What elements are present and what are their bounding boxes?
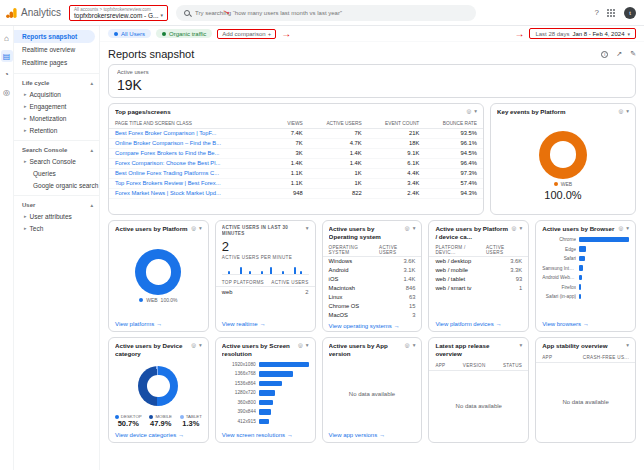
sidebar-section-search-console[interactable]: Search Console ▴ (14, 145, 99, 155)
home-icon[interactable]: ⌂ (1, 32, 13, 44)
card-filter-icon[interactable]: ◎ (298, 342, 303, 348)
plus-icon: + (268, 31, 272, 37)
legend-dot-icon (139, 298, 143, 302)
card-filter-icon[interactable]: ◎ (191, 225, 196, 231)
sidebar-item-search-console[interactable]: ▸ Search Console (14, 155, 99, 167)
card-filter-icon[interactable]: ◎ (405, 342, 410, 348)
date-range-picker[interactable]: Last 28 days Jan 8 - Feb 4, 2024 ▾ (529, 28, 636, 39)
card-menu-icon[interactable]: ▾ (626, 225, 629, 231)
add-comparison-button[interactable]: Add comparison + (217, 29, 276, 39)
card-filter-icon[interactable]: ◎ (512, 225, 517, 231)
active-users-cell: 1.4K (309, 148, 368, 158)
view-operating-systems-link[interactable]: View operating systems → (323, 320, 422, 333)
annotation-arrow-date-range-icon: → (514, 29, 524, 39)
views-cell: 7.4K (278, 128, 309, 138)
chip-label: All Users (121, 31, 145, 37)
comparison-chip-all-users[interactable]: All Users (108, 29, 151, 38)
bounce-rate-cell: 57.4% (425, 178, 483, 188)
page-title-cell[interactable]: Online Broker Comparison – Find the B... (109, 138, 278, 148)
card-menu-icon[interactable]: ▾ (413, 225, 416, 231)
card-menu-icon[interactable]: ▾ (626, 108, 629, 114)
sidebar-item-tech[interactable]: ▸ Tech (14, 222, 99, 234)
active-users-cell: 4.7K (309, 138, 368, 148)
sidebar-item-monetization[interactable]: ▸ Monetization (14, 112, 99, 124)
platform-device-name: web / desktop (435, 258, 471, 264)
page-title-cell[interactable]: Top Forex Brokers Review | Best Forex... (109, 178, 278, 188)
view-screen-resolutions-link[interactable]: View screen resolutions → (216, 429, 315, 442)
sidebar-item-acquisition[interactable]: ▸ Acquisition (14, 88, 99, 100)
card-menu-icon[interactable]: ▾ (199, 225, 202, 231)
card-title: Active users by Platform / device ca... (435, 225, 508, 241)
card-menu-icon[interactable]: ▾ (519, 225, 522, 231)
card-menu-icon[interactable]: ▾ (413, 342, 416, 348)
page-title-cell[interactable]: Forex Market News | Stock Market Upd... (109, 188, 278, 198)
edit-icon[interactable]: ✎ (630, 50, 636, 58)
view-platforms-link[interactable]: View platforms → (109, 318, 208, 331)
arrow-right-icon: → (394, 323, 400, 329)
page-title-cell[interactable]: Compare Forex Brokers to Find the Be... (109, 148, 278, 158)
page-title-cell[interactable]: Best Forex Broker Comparison | TopF... (109, 128, 278, 138)
bar-row: 1920x1080 (216, 360, 315, 370)
bar-label: Safari (in-app) (542, 294, 576, 299)
analytics-logo[interactable]: Analytics (6, 7, 61, 19)
card-filter-icon[interactable]: ◎ (618, 225, 623, 231)
search-input[interactable] (195, 10, 468, 16)
card-menu-icon[interactable]: ▾ (474, 108, 477, 114)
bar (259, 381, 282, 387)
bar-row: 360x800 (216, 398, 315, 408)
stat-value: 1.3% (180, 419, 202, 428)
active-users-browser-card: Active users by Browser ◎ ▾ Chrome Edge (535, 220, 636, 332)
page-title-cell[interactable]: Forex Comparison: Choose the Best Pl... (109, 158, 278, 168)
sidebar-item-reports-snapshot[interactable]: Reports snapshot (14, 30, 95, 43)
reports-icon[interactable]: ▤ (1, 50, 13, 62)
sidebar-item-user-attributes[interactable]: ▸ User attributes (14, 210, 99, 222)
sidebar-item-engagement[interactable]: ▸ Engagement (14, 100, 99, 112)
page-title-cell[interactable]: Best Online Forex Trading Platforms C... (109, 168, 278, 178)
bounce-rate-cell: 96.1% (425, 138, 483, 148)
card-filter-icon[interactable]: ◎ (191, 342, 196, 348)
sidebar-item-google-organic-search[interactable]: Google organic search traf... (14, 179, 99, 191)
avatar[interactable]: t (624, 7, 636, 19)
sidebar-item-retention[interactable]: ▸ Retention (14, 124, 99, 136)
view-browsers-link[interactable]: View browsers → (536, 318, 635, 331)
table-row: Online Broker Comparison – Find the B...… (109, 138, 483, 148)
view-app-versions-link[interactable]: View app versions → (323, 429, 422, 442)
view-device-categories-link[interactable]: View device categories → (109, 429, 208, 442)
bar-label: Android Webview (542, 275, 576, 280)
explore-icon[interactable]: ◔ (1, 68, 13, 80)
reports-sidebar: Reports snapshot Realtime overview Realt… (14, 26, 100, 470)
share-icon[interactable]: ↗ (616, 50, 622, 58)
card-menu-icon[interactable]: ▾ (626, 342, 629, 348)
sidebar-item-realtime-pages[interactable]: Realtime pages (14, 56, 95, 69)
advertising-icon[interactable]: ◎ (1, 86, 13, 98)
section-title: Life cycle (22, 80, 49, 86)
comparison-chip-organic-traffic[interactable]: Organic traffic (156, 29, 212, 38)
view-realtime-link[interactable]: View realtime → (216, 318, 315, 331)
help-icon[interactable]: ? (595, 8, 599, 17)
card-menu-icon[interactable]: ▾ (199, 342, 202, 348)
account-selector[interactable]: All accounts > topfxbrokersreview.com to… (69, 5, 168, 21)
list-item: iOS 1.4K (323, 275, 422, 284)
date-range-value: Jan 8 - Feb 4, 2024 (572, 31, 624, 37)
list-item: Windows 3.6K (323, 257, 422, 266)
list-item: Macintosh 846 (323, 284, 422, 293)
card-filter-icon[interactable]: ◎ (466, 108, 471, 114)
sidebar-section-life-cycle[interactable]: Life cycle ▴ (14, 78, 99, 88)
table-row: Best Online Forex Trading Platforms C...… (109, 168, 483, 178)
sidebar-item-realtime-overview[interactable]: Realtime overview (14, 43, 95, 56)
list-item: Android 3.1K (323, 266, 422, 275)
card-menu-icon[interactable]: ▾ (306, 342, 309, 348)
view-platform-devices-link[interactable]: View platform devices → (429, 318, 528, 331)
event-count-cell: 9.1K (368, 148, 426, 158)
info-icon[interactable]: i (601, 51, 608, 58)
card-menu-icon[interactable]: ▾ (306, 225, 309, 231)
card-filter-icon[interactable]: ◎ (405, 225, 410, 231)
card-filter-icon[interactable]: ◎ (618, 108, 623, 114)
search-bar[interactable]: → (176, 5, 476, 21)
bar-label: Samsung Internet (542, 266, 576, 271)
sidebar-section-user[interactable]: User ▴ (14, 200, 99, 210)
bar (259, 371, 293, 377)
sidebar-item-queries[interactable]: Queries (14, 167, 99, 179)
card-menu-icon[interactable]: ▾ (519, 342, 522, 348)
apps-grid-icon[interactable] (607, 9, 609, 11)
